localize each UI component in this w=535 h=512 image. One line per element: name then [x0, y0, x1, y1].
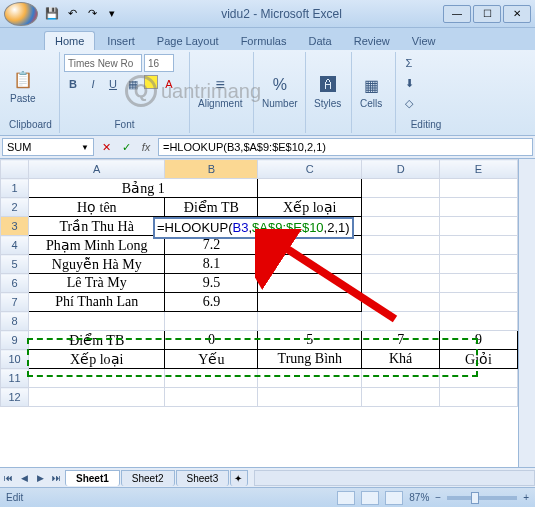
office-button[interactable] — [4, 2, 38, 26]
cell[interactable]: Yếu — [165, 350, 258, 369]
underline-button[interactable]: U — [104, 75, 122, 93]
cell[interactable] — [29, 312, 165, 331]
cell[interactable] — [440, 388, 518, 407]
cell[interactable] — [440, 274, 518, 293]
cell[interactable]: Trung Bình — [258, 350, 362, 369]
worksheet[interactable]: A B C D E 1Bảng 1 2Họ tênĐiểm TBXếp loại… — [0, 159, 518, 467]
cell[interactable] — [165, 388, 258, 407]
tab-nav-next[interactable]: ▶ — [32, 470, 48, 486]
cell[interactable]: 0 — [165, 331, 258, 350]
qat-dropdown-icon[interactable]: ▾ — [104, 6, 120, 22]
maximize-button[interactable]: ☐ — [473, 5, 501, 23]
row-header[interactable]: 8 — [1, 312, 29, 331]
view-normal-button[interactable] — [337, 491, 355, 505]
cell[interactable] — [440, 369, 518, 388]
select-all[interactable] — [1, 160, 29, 179]
cell[interactable] — [362, 388, 440, 407]
cell[interactable] — [258, 388, 362, 407]
cell[interactable] — [258, 274, 362, 293]
undo-icon[interactable]: ↶ — [64, 6, 80, 22]
view-layout-button[interactable] — [361, 491, 379, 505]
styles-button[interactable]: 🅰Styles — [310, 72, 345, 111]
cell[interactable] — [440, 236, 518, 255]
cell[interactable]: Xếp loại — [258, 198, 362, 217]
cell[interactable]: Điểm TB — [29, 331, 165, 350]
cell[interactable]: Giỏi — [440, 350, 518, 369]
cell[interactable] — [258, 369, 362, 388]
cell[interactable] — [362, 179, 440, 198]
cell[interactable] — [362, 255, 440, 274]
tab-review[interactable]: Review — [344, 32, 400, 50]
cell[interactable] — [258, 179, 362, 198]
col-header-b[interactable]: B — [165, 160, 258, 179]
view-pagebreak-button[interactable] — [385, 491, 403, 505]
cell[interactable] — [165, 312, 258, 331]
cell[interactable] — [362, 312, 440, 331]
vertical-scrollbar[interactable] — [518, 159, 535, 467]
cell[interactable]: 9 — [440, 331, 518, 350]
tab-data[interactable]: Data — [298, 32, 341, 50]
new-sheet-button[interactable]: ✦ — [230, 470, 248, 486]
zoom-in-button[interactable]: + — [523, 492, 529, 503]
tab-insert[interactable]: Insert — [97, 32, 145, 50]
cell[interactable] — [440, 217, 518, 236]
cell[interactable]: 6.9 — [165, 293, 258, 312]
close-button[interactable]: ✕ — [503, 5, 531, 23]
tab-nav-prev[interactable]: ◀ — [16, 470, 32, 486]
row-header[interactable]: 4 — [1, 236, 29, 255]
tab-nav-last[interactable]: ⏭ — [48, 470, 64, 486]
cell[interactable]: Phí Thanh Lan — [29, 293, 165, 312]
cells-button[interactable]: ▦Cells — [356, 72, 386, 111]
row-header[interactable]: 6 — [1, 274, 29, 293]
col-header-a[interactable]: A — [29, 160, 165, 179]
name-box[interactable]: SUM ▼ — [2, 138, 94, 156]
cell[interactable]: Khá — [362, 350, 440, 369]
fill-button[interactable]: ⬇ — [400, 74, 418, 92]
cell[interactable] — [29, 388, 165, 407]
cell[interactable]: Phạm Minh Long — [29, 236, 165, 255]
cell[interactable]: Lê Trà My — [29, 274, 165, 293]
row-header[interactable]: 12 — [1, 388, 29, 407]
cell[interactable]: 9.5 — [165, 274, 258, 293]
formula-bar[interactable]: =HLOOKUP(B3,$A$9:$E$10,2,1) — [158, 138, 533, 156]
sheet-tab-3[interactable]: Sheet3 — [176, 470, 230, 486]
font-size-combo[interactable]: 16 — [144, 54, 174, 72]
cell[interactable] — [258, 255, 362, 274]
row-header[interactable]: 9 — [1, 331, 29, 350]
tab-view[interactable]: View — [402, 32, 446, 50]
zoom-slider[interactable] — [447, 496, 517, 500]
number-button[interactable]: %Number — [258, 72, 302, 111]
save-icon[interactable]: 💾 — [44, 6, 60, 22]
autosum-button[interactable]: Σ — [400, 54, 418, 72]
minimize-button[interactable]: — — [443, 5, 471, 23]
cell[interactable] — [440, 179, 518, 198]
redo-icon[interactable]: ↷ — [84, 6, 100, 22]
row-header[interactable]: 2 — [1, 198, 29, 217]
border-button[interactable]: ▦ — [124, 75, 142, 93]
italic-button[interactable]: I — [84, 75, 102, 93]
zoom-level[interactable]: 87% — [409, 492, 429, 503]
cell[interactable] — [258, 312, 362, 331]
cell[interactable] — [362, 293, 440, 312]
row-header[interactable]: 5 — [1, 255, 29, 274]
fx-button[interactable]: fx — [136, 138, 156, 156]
font-color-button[interactable]: A — [160, 75, 178, 93]
fill-color-button[interactable] — [144, 75, 158, 89]
sheet-tab-2[interactable]: Sheet2 — [121, 470, 175, 486]
cell[interactable] — [440, 198, 518, 217]
row-header[interactable]: 7 — [1, 293, 29, 312]
cell[interactable] — [29, 369, 165, 388]
cell[interactable]: 7 — [362, 331, 440, 350]
sheet-tab-1[interactable]: Sheet1 — [65, 470, 120, 486]
cell[interactable]: Nguyễn Hà My — [29, 255, 165, 274]
zoom-out-button[interactable]: − — [435, 492, 441, 503]
cell[interactable] — [440, 255, 518, 274]
cell[interactable] — [258, 293, 362, 312]
cell[interactable] — [362, 274, 440, 293]
col-header-d[interactable]: D — [362, 160, 440, 179]
zoom-thumb[interactable] — [471, 492, 479, 504]
col-header-c[interactable]: C — [258, 160, 362, 179]
cell[interactable] — [165, 369, 258, 388]
active-cell-editor[interactable]: =HLOOKUP(B3,$A$9:$E$10,2,1) — [153, 217, 354, 239]
horizontal-scrollbar[interactable] — [254, 470, 535, 486]
